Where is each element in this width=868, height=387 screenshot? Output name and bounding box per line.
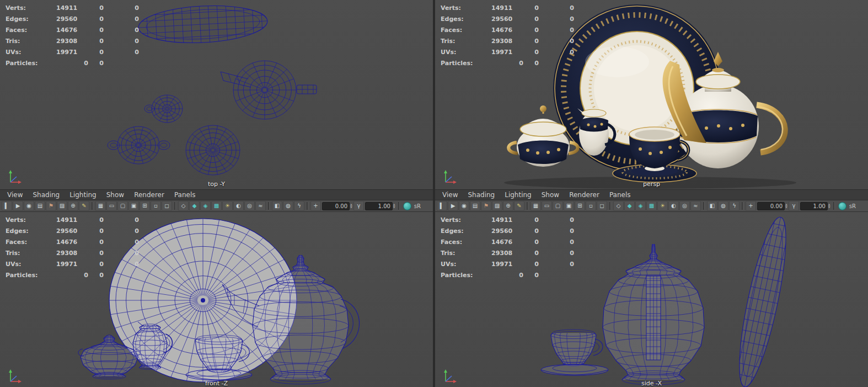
- textured-icon[interactable]: ▩: [646, 201, 657, 211]
- menu-show[interactable]: Show: [101, 190, 129, 199]
- menu-lighting[interactable]: Lighting: [65, 190, 101, 199]
- maya-four-view-layout: Verts:1491100Edges:2956000Faces:1467600T…: [0, 0, 868, 387]
- camera-attributes-icon[interactable]: ▤: [35, 201, 45, 211]
- stepper-arrows[interactable]: ▲▼: [828, 202, 831, 210]
- use-all-lights-icon[interactable]: ☀: [657, 201, 668, 211]
- panel-side[interactable]: ViewShadingLightingShowRendererPanels ▍▶…: [435, 189, 868, 387]
- ambient-occlusion-icon[interactable]: ◎: [244, 201, 255, 211]
- film-gate-icon[interactable]: ▭: [542, 201, 552, 211]
- gamma-field[interactable]: 1.00▲▼: [800, 202, 831, 210]
- panel-menubar: ViewShadingLightingShowRendererPanels: [0, 190, 433, 200]
- resolution-gate-icon[interactable]: ▢: [117, 201, 128, 211]
- toolbar-separator: [174, 202, 176, 210]
- front-view-wireframe: [0, 212, 433, 387]
- toolbar-separator: [833, 202, 835, 210]
- xray-joints-icon[interactable]: ϟ: [294, 201, 304, 211]
- menu-view[interactable]: View: [2, 190, 28, 199]
- toolbar-separator: [703, 202, 705, 210]
- isolate-select-icon[interactable]: ◧: [707, 201, 717, 211]
- xray-icon[interactable]: ◍: [283, 201, 293, 211]
- smooth-shade-icon[interactable]: ◆: [624, 201, 635, 211]
- image-plane-icon[interactable]: ▨: [492, 201, 502, 211]
- menu-view[interactable]: View: [437, 190, 463, 199]
- exposure-field[interactable]: 0.00▲▼: [322, 202, 352, 210]
- view-transform-icon[interactable]: [403, 202, 411, 210]
- axis-gizmo: [441, 167, 459, 186]
- xray-icon[interactable]: ◍: [718, 201, 728, 211]
- safe-action-icon[interactable]: ▫: [586, 201, 596, 211]
- stepper-arrows[interactable]: ▲▼: [393, 202, 395, 210]
- menu-shading[interactable]: Shading: [463, 190, 500, 199]
- field-chart-icon[interactable]: ⊞: [140, 201, 150, 211]
- menu-panels[interactable]: Panels: [169, 190, 201, 199]
- safe-title-icon[interactable]: ◻: [162, 201, 172, 211]
- pan-zoom-2d-icon[interactable]: ⊕: [68, 201, 78, 211]
- viewport-front[interactable]: Verts:1491100Edges:2956000Faces:1467600T…: [0, 212, 433, 387]
- axis-gizmo: [6, 367, 24, 385]
- panel-grip-icon[interactable]: ▍: [437, 201, 447, 211]
- gate-mask-icon[interactable]: ▣: [564, 201, 574, 211]
- pan-zoom-2d-icon[interactable]: ⊕: [503, 201, 513, 211]
- gate-mask-icon[interactable]: ▣: [128, 201, 139, 211]
- menu-lighting[interactable]: Lighting: [500, 190, 537, 199]
- select-camera-icon[interactable]: ▶: [448, 201, 458, 211]
- bookmark-icon[interactable]: ⚑: [46, 201, 56, 211]
- menu-renderer[interactable]: Renderer: [564, 190, 604, 199]
- exposure-icon[interactable]: +: [746, 201, 756, 211]
- wireframe-icon[interactable]: ◇: [178, 201, 189, 211]
- select-camera-icon[interactable]: ▶: [13, 201, 23, 211]
- camera-attributes-icon[interactable]: ▤: [470, 201, 480, 211]
- toolbar-separator: [398, 202, 400, 210]
- grease-pencil-icon[interactable]: ✎: [514, 201, 524, 211]
- axis-gizmo: [6, 167, 24, 186]
- motion-blur-icon[interactable]: ≈: [690, 201, 701, 211]
- ambient-occlusion-icon[interactable]: ◎: [679, 201, 690, 211]
- panel-toolbar: ▍▶◉▤⚑▨⊕✎▦▭▢▣⊞▫◻◇◆◈▩☀◐◎≈◧◍ϟ+0.00▲▼γ1.00▲▼…: [0, 200, 433, 212]
- smooth-shade-icon[interactable]: ◆: [189, 201, 200, 211]
- field-chart-icon[interactable]: ⊞: [575, 201, 585, 211]
- textured-icon[interactable]: ▩: [211, 201, 222, 211]
- safe-action-icon[interactable]: ▫: [151, 201, 161, 211]
- wireframe-icon[interactable]: ◇: [613, 201, 624, 211]
- stepper-arrows[interactable]: ▲▼: [350, 202, 352, 210]
- menu-renderer[interactable]: Renderer: [129, 190, 169, 199]
- lock-camera-icon[interactable]: ◉: [24, 201, 34, 211]
- viewport-top[interactable]: Verts:1491100Edges:2956000Faces:1467600T…: [0, 0, 433, 189]
- motion-blur-icon[interactable]: ≈: [255, 201, 266, 211]
- grid-icon[interactable]: ▦: [95, 201, 106, 211]
- lock-camera-icon[interactable]: ◉: [459, 201, 469, 211]
- exposure-icon[interactable]: +: [310, 201, 321, 211]
- viewport-side[interactable]: Verts:1491100Edges:2956000Faces:1467600T…: [435, 212, 868, 387]
- panel-grip-icon[interactable]: ▍: [2, 201, 12, 211]
- panel-menubar: ViewShadingLightingShowRendererPanels: [435, 190, 868, 200]
- use-all-lights-icon[interactable]: ☀: [222, 201, 233, 211]
- grease-pencil-icon[interactable]: ✎: [79, 201, 89, 211]
- wireframe-on-shaded-icon[interactable]: ◈: [200, 201, 211, 211]
- gamma-icon[interactable]: γ: [353, 201, 364, 211]
- panel-toolbar: ▍▶◉▤⚑▨⊕✎▦▭▢▣⊞▫◻◇◆◈▩☀◐◎≈◧◍ϟ+0.00▲▼γ1.00▲▼…: [435, 200, 868, 212]
- menu-panels[interactable]: Panels: [604, 190, 636, 199]
- srgb-label: sR: [849, 203, 856, 209]
- grid-icon[interactable]: ▦: [531, 201, 541, 211]
- resolution-gate-icon[interactable]: ▢: [553, 201, 563, 211]
- viewport-persp[interactable]: Verts:1491100Edges:2956000Faces:1467600T…: [435, 0, 868, 189]
- shadows-icon[interactable]: ◐: [233, 201, 244, 211]
- toolbar-separator: [268, 202, 270, 210]
- safe-title-icon[interactable]: ◻: [597, 201, 607, 211]
- bookmark-icon[interactable]: ⚑: [481, 201, 491, 211]
- menu-shading[interactable]: Shading: [28, 190, 65, 199]
- wireframe-on-shaded-icon[interactable]: ◈: [635, 201, 646, 211]
- gamma-icon[interactable]: γ: [789, 201, 799, 211]
- shadows-icon[interactable]: ◐: [668, 201, 679, 211]
- xray-joints-icon[interactable]: ϟ: [729, 201, 740, 211]
- exposure-field[interactable]: 0.00▲▼: [757, 202, 787, 210]
- gamma-field[interactable]: 1.00▲▼: [365, 202, 395, 210]
- film-gate-icon[interactable]: ▭: [106, 201, 117, 211]
- view-transform-icon[interactable]: [838, 202, 846, 210]
- image-plane-icon[interactable]: ▨: [57, 201, 67, 211]
- stepper-arrows[interactable]: ▲▼: [785, 202, 787, 210]
- menu-show[interactable]: Show: [537, 190, 564, 199]
- isolate-select-icon[interactable]: ◧: [272, 201, 282, 211]
- panel-front[interactable]: ViewShadingLightingShowRendererPanels ▍▶…: [0, 189, 433, 387]
- toolbar-separator: [609, 202, 611, 210]
